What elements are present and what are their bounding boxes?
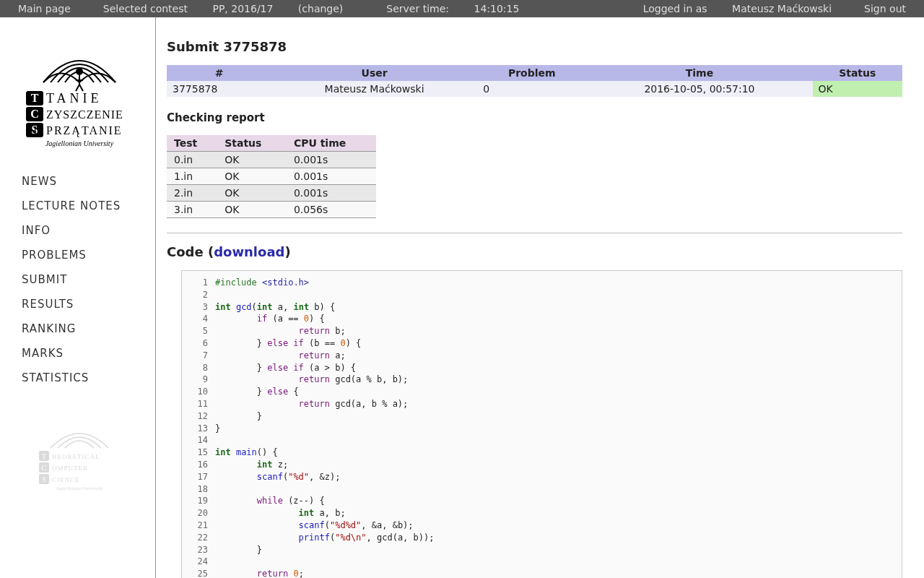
nav-item[interactable]: MARKS	[22, 341, 155, 366]
submit-user-cell: Mateusz Maćkowski	[271, 81, 477, 97]
column-header: Test	[167, 135, 217, 152]
svg-text:CIENCE: CIENCE	[52, 476, 80, 483]
selected-contest: Selected contest PP, 2016/17 (change)	[82, 0, 365, 17]
server-time: Server time: 14:10:15	[365, 0, 541, 17]
nav-item[interactable]: STATISTICS	[22, 366, 155, 390]
column-header: #	[167, 65, 271, 81]
code-heading: Code (download)	[167, 244, 902, 259]
svg-text:C: C	[30, 108, 39, 120]
footer-logo: T HEORETICAL C OMPUTER S CIENCE Jagiello…	[36, 419, 123, 493]
column-header: Status	[217, 135, 287, 152]
column-header: CPU time	[287, 135, 376, 152]
logo-icon: T TANIE C ZYSZCZENIE S I PRZĄTANIE Jagie…	[22, 32, 137, 147]
submit-row: 3775878 Mateusz Maćkowski 0 2016-10-05, …	[167, 81, 902, 97]
svg-point-0	[77, 69, 82, 74]
submit-status-cell: OK	[813, 81, 902, 97]
check-row: 0.inOK0.001s	[167, 152, 376, 168]
submit-id-cell: 3775878	[167, 81, 271, 97]
column-header: Problem	[477, 65, 586, 81]
checking-heading: Checking report	[167, 111, 902, 124]
check-row: 1.inOK0.001s	[167, 168, 376, 185]
check-row: 2.inOK0.001s	[167, 185, 376, 202]
svg-text:TANIE: TANIE	[46, 91, 103, 105]
nav-item[interactable]: RESULTS	[22, 292, 155, 316]
checking-table: TestStatusCPU time 0.inOK0.001s1.inOK0.0…	[167, 135, 376, 218]
svg-text:C: C	[41, 463, 46, 472]
submit-time-cell: 2016-10-05, 00:57:10	[586, 81, 812, 97]
submit-heading: Submit 3775878	[167, 39, 902, 54]
logged-in-user: Logged in as Mateusz Maćkowski	[622, 0, 853, 17]
svg-text:OMPUTER: OMPUTER	[52, 465, 88, 472]
nav-item[interactable]: NEWS	[22, 169, 155, 194]
nav-item[interactable]: LECTURE NOTES	[22, 194, 155, 218]
column-header: User	[271, 65, 477, 81]
nav-item[interactable]: RANKING	[22, 316, 155, 341]
code-listing: 1#include <stdio.h> 2 3int gcd(int a, in…	[181, 270, 902, 578]
svg-text:Jagiellonian University: Jagiellonian University	[56, 486, 104, 491]
submit-table: #UserProblemTimeStatus 3775878 Mateusz M…	[167, 65, 902, 97]
nav-list: NEWSLECTURE NOTESINFOPROBLEMSSUBMITRESUL…	[22, 169, 155, 390]
nav-item[interactable]: SUBMIT	[22, 267, 155, 292]
column-header: Status	[813, 65, 902, 81]
svg-text:I: I	[33, 124, 38, 137]
nav-item[interactable]: PROBLEMS	[22, 243, 155, 267]
svg-text:HEORETICAL: HEORETICAL	[52, 453, 100, 460]
svg-text:Jagiellonian University: Jagiellonian University	[45, 139, 114, 147]
main-page-link[interactable]: Main page	[7, 0, 82, 17]
divider	[167, 233, 902, 233]
svg-text:S: S	[42, 475, 46, 483]
column-header: Time	[586, 65, 812, 81]
svg-text:T: T	[31, 92, 39, 104]
check-row: 3.inOK0.056s	[167, 202, 376, 218]
submit-problem-cell: 0	[477, 81, 586, 97]
download-link[interactable]: download	[214, 244, 284, 259]
sidebar: T TANIE C ZYSZCZENIE S I PRZĄTANIE Jagie…	[0, 17, 156, 578]
svg-text:PRZĄTANIE: PRZĄTANIE	[46, 124, 123, 137]
topbar: Main page Selected contest PP, 2016/17 (…	[0, 0, 924, 17]
nav-item[interactable]: INFO	[22, 218, 155, 243]
svg-text:ZYSZCZENIE: ZYSZCZENIE	[46, 108, 123, 121]
main-content: Submit 3775878 #UserProblemTimeStatus 37…	[156, 17, 924, 578]
change-contest-link[interactable]: (change)	[284, 3, 354, 14]
sign-out-link[interactable]: Sign out	[853, 0, 917, 17]
site-logo: T TANIE C ZYSZCZENIE S I PRZĄTANIE Jagie…	[22, 32, 137, 147]
svg-text:T: T	[42, 452, 47, 460]
